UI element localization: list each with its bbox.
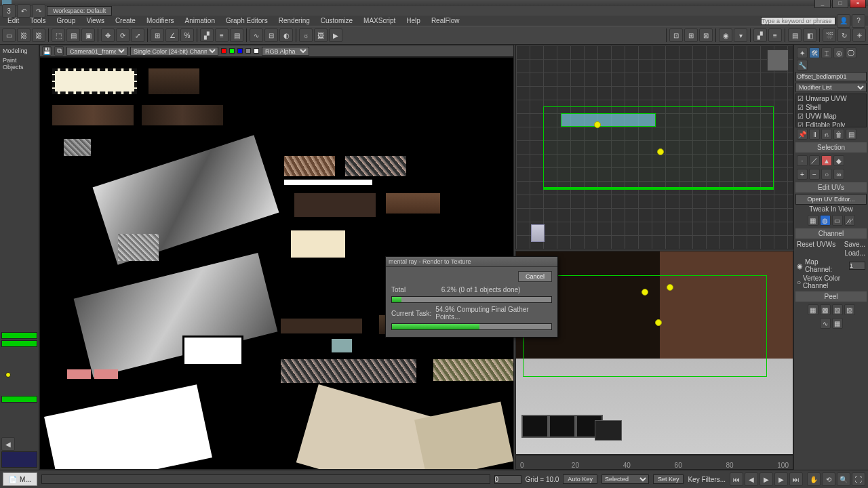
curve-editor-icon[interactable]: ∿ [250, 28, 263, 42]
time-slider[interactable] [41, 474, 490, 484]
ring-icon[interactable]: ○ [821, 169, 832, 180]
snaps-icon[interactable]: ⊠ [699, 28, 713, 42]
section-peel[interactable]: Peel [795, 291, 867, 302]
menu-views[interactable]: Views [81, 16, 109, 25]
maximize-button[interactable]: □ [832, 0, 848, 8]
manage-layers-icon[interactable]: ▤ [788, 28, 802, 42]
link-icon[interactable]: ⛓ [17, 28, 31, 42]
activeshade-icon[interactable]: ☀ [852, 28, 866, 42]
setkey-button[interactable]: Set Key [653, 474, 684, 484]
autokey-button[interactable]: Auto Key [563, 474, 597, 484]
menu-group[interactable]: Group [52, 16, 81, 25]
snap2-icon[interactable]: ⊡ [669, 28, 683, 42]
menu-realflow[interactable]: RealFlow [427, 16, 465, 25]
menu-modifiers[interactable]: Modifiers [142, 16, 179, 25]
motion-tab-icon[interactable]: ◎ [833, 47, 844, 58]
peel3-icon[interactable]: ▧ [832, 304, 843, 315]
peel2-icon[interactable]: ▩ [820, 304, 831, 315]
create-sel-icon[interactable]: ◉ [719, 28, 732, 42]
modify-tab-icon[interactable]: 🛠 [809, 47, 820, 58]
menu-help[interactable]: Help [401, 16, 425, 25]
menu-grapheditors[interactable]: Graph Editors [221, 16, 273, 25]
taskbar-tab[interactable]: 📄M... [3, 472, 37, 486]
maximize-vp-icon[interactable]: ⛶ [852, 472, 865, 486]
app-menu-button[interactable]: 3 [2, 4, 16, 18]
play-icon[interactable]: ▶ [760, 472, 773, 486]
pelt-icon[interactable]: ◍ [820, 215, 831, 226]
hierarchy-tab-icon[interactable]: ⌶ [821, 47, 832, 58]
layer-swatch[interactable] [1, 340, 37, 347]
unique-icon[interactable]: ⎌ [821, 129, 832, 140]
layers-icon[interactable]: ▤ [230, 28, 243, 42]
graphite-icon[interactable]: ◧ [803, 28, 816, 42]
channel-rgb-icon[interactable] [254, 48, 259, 54]
signin-icon[interactable]: 👤 [837, 14, 850, 28]
next-frame-icon[interactable]: ▶ [774, 472, 788, 486]
rail-button[interactable] [1, 451, 37, 468]
channel-g-icon[interactable] [229, 48, 235, 54]
pin-stack-icon[interactable]: 📌 [797, 129, 808, 140]
element-subobj-icon[interactable]: ◆ [833, 155, 844, 166]
clone-icon[interactable]: ⧉ [54, 46, 64, 56]
menu-create[interactable]: Create [111, 16, 140, 25]
utilities-tab-icon[interactable]: 🔧 [797, 60, 808, 70]
quickpeel-icon[interactable]: ▦ [808, 215, 818, 226]
snap3-icon[interactable]: ⊞ [684, 28, 698, 42]
load-uvws-button[interactable]: Load... [844, 249, 865, 257]
prev-frame-icon[interactable]: ◀ [745, 472, 758, 486]
align2-icon[interactable]: ≡ [768, 28, 782, 42]
alpha-select[interactable]: RGB Alpha [262, 47, 309, 56]
rotate-icon[interactable]: ⟳ [116, 28, 130, 42]
move-icon[interactable]: ✥ [101, 28, 115, 42]
snap-toggle-icon[interactable]: ⊞ [151, 28, 164, 42]
save-image-icon[interactable]: 💾 [42, 46, 52, 56]
configure-icon[interactable]: ▤ [846, 129, 856, 140]
undo-icon[interactable]: ↶ [17, 4, 31, 18]
render-prod-icon[interactable]: 🎬 [823, 28, 836, 42]
section-edituvs[interactable]: Edit UVs [795, 182, 867, 192]
channel-r-icon[interactable] [221, 48, 226, 54]
viewcube-icon[interactable] [767, 49, 789, 71]
show-end-icon[interactable]: Ⅱ [809, 129, 820, 140]
select-name-icon[interactable]: ▤ [66, 28, 80, 42]
goto-start-icon[interactable]: ⏮ [730, 472, 743, 486]
keymode-select[interactable]: Selected [601, 474, 649, 484]
edge-subobj-icon[interactable]: ／ [809, 155, 820, 166]
render-iter-icon[interactable]: ↻ [837, 28, 851, 42]
menu-maxscript[interactable]: MAXScript [359, 16, 400, 25]
select-icon[interactable]: ▭ [2, 28, 16, 42]
object-name-input[interactable] [795, 72, 867, 81]
redo-icon[interactable]: ↷ [32, 4, 45, 18]
help-search-input[interactable] [761, 17, 835, 25]
map-channel-input[interactable] [849, 262, 865, 270]
menu-rendering[interactable]: Rendering [274, 16, 315, 25]
layer-swatch[interactable] [5, 372, 11, 378]
scale-icon[interactable]: ⤢ [131, 28, 144, 42]
menu-customize[interactable]: Customize [316, 16, 357, 25]
viewport-top[interactable] [515, 45, 793, 249]
camera-select[interactable]: Camera01_frame [66, 47, 127, 56]
layer-swatch[interactable] [1, 332, 37, 339]
section-channel[interactable]: Channel [795, 228, 867, 239]
face-subobj-icon[interactable]: ▲ [821, 155, 832, 166]
selset-icon[interactable]: ▾ [734, 28, 747, 42]
shrink-icon[interactable]: − [809, 169, 820, 180]
relax-icon[interactable]: ∿ [820, 318, 831, 329]
peel1-icon[interactable]: ▦ [808, 304, 818, 315]
align-icon[interactable]: ≡ [215, 28, 229, 42]
mirror2-icon[interactable]: ▞ [753, 28, 767, 42]
goto-end-icon[interactable]: ⏭ [789, 472, 803, 486]
peel4-icon[interactable]: ▨ [844, 304, 855, 315]
select-object-icon[interactable]: ⬚ [52, 28, 65, 42]
section-selection[interactable]: Selection [795, 142, 867, 152]
reset-uvws-button[interactable]: Reset UVWs [797, 241, 835, 248]
vertex-subobj-icon[interactable]: · [797, 155, 808, 166]
workspace-tab[interactable]: Workspace: Default [47, 6, 112, 16]
zoom-icon[interactable]: 🔍 [837, 472, 850, 486]
layer-swatch[interactable] [1, 396, 37, 403]
help-icon[interactable]: ? [852, 14, 865, 28]
dialog-title[interactable]: mental ray - Render to Texture [386, 257, 557, 267]
close-button[interactable]: × [850, 0, 866, 8]
channel-a-icon[interactable] [245, 48, 251, 54]
menu-animation[interactable]: Animation [180, 16, 219, 25]
